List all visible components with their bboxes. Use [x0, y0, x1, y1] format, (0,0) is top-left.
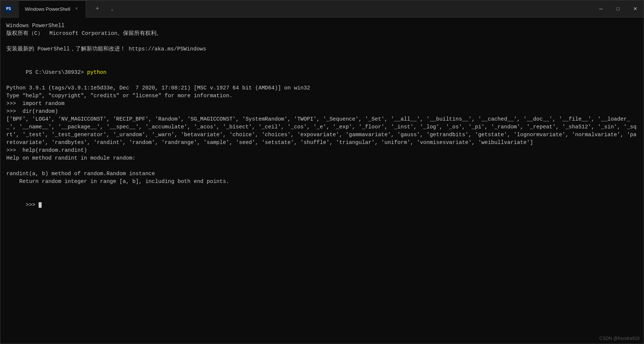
terminal-line-9: >>> import random: [6, 100, 638, 108]
terminal-line-3: [6, 37, 638, 45]
minimize-button[interactable]: ─: [592, 0, 609, 17]
terminal-line-18: >>>: [6, 193, 638, 217]
terminal-line-13: Help on method randint in module random:: [6, 154, 638, 162]
close-tab-button[interactable]: ×: [73, 6, 80, 12]
terminal-line-6: PS C:\Users\30932> python: [6, 61, 638, 84]
terminal-line-7: Python 3.9.1 (tags/v3.9.1:1e5d33e, Dec 7…: [6, 84, 638, 92]
terminal-line-17: [6, 186, 638, 193]
terminal-line-14: [6, 162, 638, 170]
titlebar-controls: ─ □ ✕: [592, 0, 644, 17]
prompt-2: >>>: [26, 202, 39, 208]
ps-icon: PS: [5, 5, 12, 13]
new-tab-button[interactable]: +: [91, 3, 103, 15]
terminal-line-16: Return random integer in range [a, b], i…: [6, 178, 638, 186]
terminal-line-11: ['BPF', 'LOG4', 'NV_MAGICCONST', 'RECIP_…: [6, 115, 638, 147]
titlebar-tab[interactable]: Windows PowerShell ×: [19, 0, 86, 17]
cursor: [39, 202, 42, 208]
terminal-line-15: randint(a, b) method of random.Random in…: [6, 170, 638, 178]
terminal-body[interactable]: Windows PowerShell 版权所有（C） Microsoft Cor…: [0, 17, 644, 344]
terminal-line-5: [6, 53, 638, 61]
terminal-line-12: >>> help(random.randint): [6, 147, 638, 154]
titlebar: PS Windows PowerShell × + ⌄ ─ □ ✕: [0, 0, 644, 17]
close-button[interactable]: ✕: [627, 0, 644, 17]
window: PS Windows PowerShell × + ⌄ ─ □ ✕ Window…: [0, 0, 644, 344]
watermark: CSDN @Kendra919: [599, 336, 640, 341]
titlebar-left: PS Windows PowerShell × + ⌄: [5, 0, 592, 17]
tab-dropdown-button[interactable]: ⌄: [107, 4, 117, 14]
tab-title: Windows PowerShell: [25, 6, 70, 12]
terminal-line-8: Type "help", "copyright", "credits" or "…: [6, 92, 638, 100]
terminal-line-2: 版权所有（C） Microsoft Corporation。保留所有权利。: [6, 30, 638, 37]
prompt-1: PS C:\Users\30932>: [26, 69, 87, 75]
terminal-line-1: Windows PowerShell: [6, 22, 638, 30]
cmd-python: python: [87, 69, 107, 75]
maximize-button[interactable]: □: [609, 0, 627, 17]
terminal-line-4: 安装最新的 PowerShell，了解新功能和改进！ https://aka.m…: [6, 45, 638, 53]
terminal-line-10: >>> dir(random): [6, 108, 638, 115]
